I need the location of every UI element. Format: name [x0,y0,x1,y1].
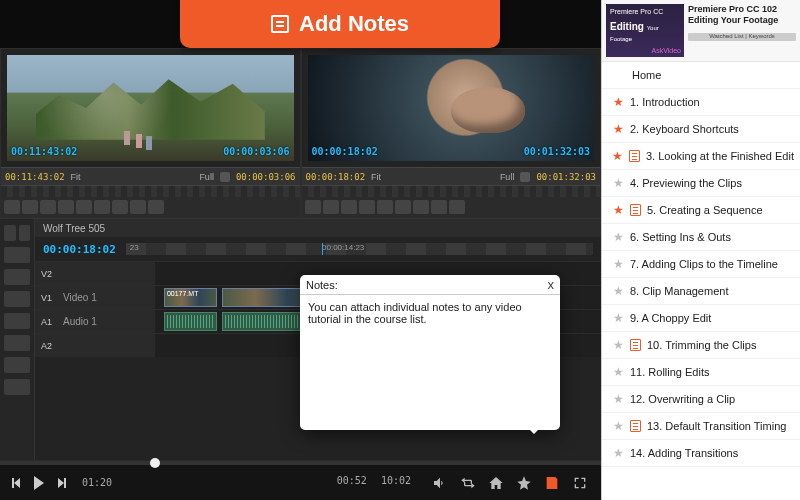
player-bar: 01:20 00:52 10:02 [0,460,601,500]
sidebar-item-lesson[interactable]: ★8. Clip Management [602,278,800,305]
source-tc-in: 00:11:43:02 [11,147,77,157]
star-icon[interactable]: ★ [612,420,624,432]
home-icon[interactable] [487,475,505,491]
wrench-icon[interactable] [520,172,530,182]
sidebar-item-lesson[interactable]: ★5. Creating a Sequence [602,197,800,224]
sidebar-item-label: 13. Default Transition Timing [647,420,786,432]
playhead-timecode: 00:00:18:02 [43,243,116,256]
has-notes-icon [630,204,641,216]
video-viewer: 00:11:43:02 00:00:03:06 00:11:43:02 Fit … [0,0,601,500]
sidebar-item-label: 1. Introduction [630,96,700,108]
add-notes-banner: Add Notes [180,0,500,48]
current-time: 01:20 [82,477,112,488]
source-scrubber[interactable] [1,185,300,197]
star-icon[interactable]: ★ [612,393,624,405]
source-tc-out: 00:00:03:06 [223,147,289,157]
sidebar-item-label: Home [632,69,661,81]
skip-back-icon[interactable] [10,476,24,490]
fullscreen-icon[interactable] [571,475,589,491]
has-notes-icon [630,339,641,351]
sidebar-item-lesson[interactable]: ★3. Looking at the Finished Edit [602,143,800,170]
sidebar-item-lesson[interactable]: ★10. Trimming the Clips [602,332,800,359]
source-controls: 00:11:43:02 Fit Full 00:00:03:06 [1,167,300,185]
has-notes-icon [630,420,641,432]
sidebar-item-home[interactable]: Home [602,62,800,89]
source-transport[interactable] [1,197,300,217]
sidebar-item-label: 3. Looking at the Finished Edit [646,150,794,162]
banner-label: Add Notes [299,11,409,37]
sidebar-item-label: 11. Rolling Edits [630,366,710,378]
play-icon[interactable] [32,476,46,490]
program-controls: 00:00:18:02 Fit Full 00:01:32:03 [302,167,601,185]
star-icon[interactable]: ★ [612,366,624,378]
notes-title: Notes: [306,279,338,291]
sidebar-item-lesson[interactable]: ★7. Adding Clips to the Timeline [602,251,800,278]
star-icon[interactable]: ★ [612,150,623,162]
program-tc-out: 00:01:32:03 [524,147,590,157]
star-icon[interactable] [515,475,533,491]
star-icon[interactable]: ★ [612,447,624,459]
course-header[interactable]: Premiere Pro CC Editing Your Footage Ask… [602,0,800,62]
program-scrubber[interactable] [302,185,601,197]
sidebar-item-lesson[interactable]: ★2. Keyboard Shortcuts [602,116,800,143]
sequence-tab[interactable]: Wolf Tree 505 [43,223,105,234]
time-ruler[interactable]: 23 00:00:14:23 [126,243,593,255]
notes-icon [271,15,289,33]
program-frame: 00:00:18:02 00:01:32:03 [308,55,595,161]
sidebar-item-lesson[interactable]: ★13. Default Transition Timing [602,413,800,440]
lesson-list: Home ★1. Introduction★2. Keyboard Shortc… [602,62,800,500]
sidebar-item-lesson[interactable]: ★14. Adding Transitions [602,440,800,467]
notes-toolbar-icon[interactable] [543,475,561,491]
sidebar-item-lesson[interactable]: ★4. Previewing the Clips [602,170,800,197]
course-sidebar: Premiere Pro CC Editing Your Footage Ask… [601,0,800,500]
sidebar-item-lesson[interactable]: ★6. Setting Ins & Outs [602,224,800,251]
sidebar-item-label: 12. Overwriting a Clip [630,393,735,405]
program-monitor[interactable]: 00:00:18:02 00:01:32:03 00:00:18:02 Fit … [301,48,602,218]
skip-forward-icon[interactable] [54,476,68,490]
program-tc-in: 00:00:18:02 [312,147,378,157]
notes-popup: Notes: x You can attach individual notes… [300,275,560,430]
sidebar-item-lesson[interactable]: ★12. Overwriting a Clip [602,386,800,413]
program-transport[interactable] [302,197,601,217]
project-icon-strip[interactable] [0,219,34,460]
star-icon[interactable]: ★ [612,312,624,324]
sidebar-item-label: 7. Adding Clips to the Timeline [630,258,778,270]
sidebar-item-lesson[interactable]: ★1. Introduction [602,89,800,116]
star-icon[interactable]: ★ [612,258,624,270]
sidebar-item-label: 14. Adding Transitions [630,447,738,459]
playhead-icon[interactable] [322,243,323,255]
sidebar-item-label: 2. Keyboard Shortcuts [630,123,739,135]
source-frame: 00:11:43:02 00:00:03:06 [7,55,294,161]
elapsed-time: 00:52 [337,475,367,486]
close-icon[interactable]: x [548,277,555,292]
wrench-icon[interactable] [220,172,230,182]
star-icon[interactable]: ★ [612,177,624,189]
scrub-handle[interactable] [150,458,160,468]
sidebar-item-label: 5. Creating a Sequence [647,204,763,216]
loop-icon[interactable] [459,475,477,491]
sidebar-item-lesson[interactable]: ★11. Rolling Edits [602,359,800,386]
volume-icon[interactable] [431,475,449,491]
star-icon[interactable]: ★ [612,123,624,135]
star-icon[interactable]: ★ [612,339,624,351]
sidebar-item-label: 9. A Choppy Edit [630,312,711,324]
star-icon[interactable]: ★ [612,285,624,297]
sidebar-item-lesson[interactable]: ★9. A Choppy Edit [602,305,800,332]
duration-time: 10:02 [381,475,411,486]
sidebar-item-label: 8. Clip Management [630,285,728,297]
app-root: Add Notes 00:11:43:02 00:00:03:06 00:11:… [0,0,800,500]
star-icon[interactable]: ★ [612,231,624,243]
course-meta: Premiere Pro CC 102 Editing Your Footage… [688,4,796,57]
sidebar-item-label: 4. Previewing the Clips [630,177,742,189]
source-monitor[interactable]: 00:11:43:02 00:00:03:06 00:11:43:02 Fit … [0,48,301,218]
scrubber[interactable] [0,461,601,465]
star-icon[interactable]: ★ [612,204,624,216]
preview-panels: 00:11:43:02 00:00:03:06 00:11:43:02 Fit … [0,48,601,218]
sidebar-item-label: 10. Trimming the Clips [647,339,756,351]
star-icon[interactable]: ★ [612,96,624,108]
course-thumbnail: Premiere Pro CC Editing Your Footage Ask… [606,4,684,57]
has-notes-icon [629,150,640,162]
notes-body[interactable]: You can attach individual notes to any v… [300,295,560,430]
sidebar-item-label: 6. Setting Ins & Outs [630,231,731,243]
